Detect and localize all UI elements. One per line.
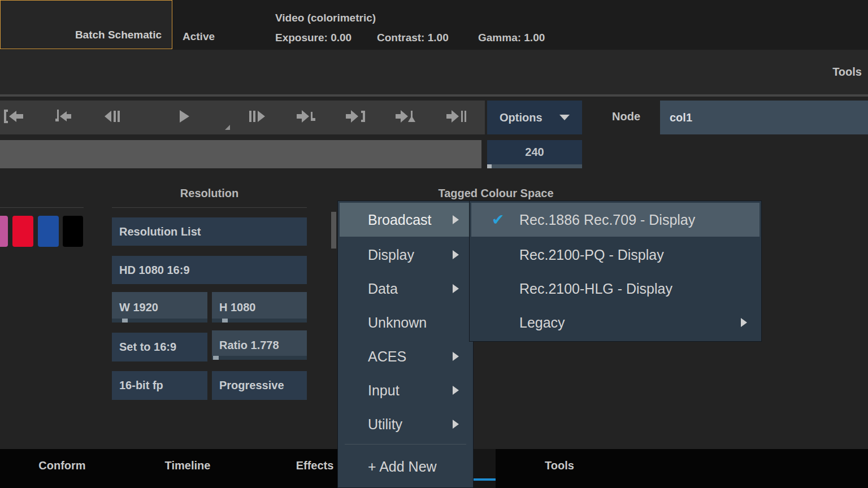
go-to-next-marker-button[interactable] (393, 107, 418, 128)
timeline-scrub-bar[interactable] (0, 140, 481, 168)
tab-conform[interactable]: Conform (38, 459, 85, 472)
step-back-button[interactable] (99, 107, 124, 128)
step-forward-icon (246, 108, 268, 127)
go-to-next-cut-icon (296, 108, 318, 127)
tools-menu-top[interactable]: Tools (832, 66, 862, 79)
node-name-field[interactable]: col1 (660, 101, 868, 134)
width-field[interactable]: W 1920 (112, 292, 207, 323)
chevron-down-icon (559, 115, 570, 120)
top-bar: Batch Schematic Active Video (colorimetr… (0, 0, 868, 50)
frame-slider-handle[interactable] (487, 164, 492, 168)
ratio-field[interactable]: Ratio 1.778 (212, 330, 307, 360)
resolution-preset-button[interactable]: HD 1080 16:9 (112, 256, 307, 284)
menu-item-utility-label: Utility (368, 416, 402, 433)
secondary-bar: Tools (0, 50, 868, 94)
menu-item-input[interactable]: Input (340, 373, 471, 407)
menu-item-broadcast-label: Broadcast (368, 212, 432, 228)
submenu-item-rec1886-label: Rec.1886 Rec.709 - Display (519, 212, 695, 228)
go-to-start-button[interactable] (1, 107, 26, 128)
ratio-value: Ratio 1.778 (219, 339, 279, 352)
colour-swatch-red[interactable] (12, 216, 33, 247)
resolution-list-label: Resolution List (119, 225, 201, 238)
submenu-arrow-icon (453, 352, 459, 361)
go-to-end-button[interactable] (344, 107, 368, 128)
swatch-panel-divider (0, 207, 84, 208)
tab-batch-active[interactable] (471, 449, 496, 488)
menu-item-utility[interactable]: Utility (340, 407, 471, 441)
scan-mode-label: Progressive (219, 379, 284, 392)
resolution-divider (112, 207, 307, 208)
frame-counter-field[interactable]: 240 (487, 140, 582, 168)
video-mode-label[interactable]: Video (colorimetric) (275, 12, 376, 24)
bit-depth-label: 16-bit fp (119, 379, 163, 392)
go-to-last-frame-button[interactable] (444, 107, 469, 128)
submenu-item-rec2100pq[interactable]: Rec.2100-PQ - Display (471, 238, 760, 272)
colour-space-menu: Broadcast Display Data Unknown ACES Inpu… (337, 201, 474, 488)
play-icon (173, 108, 194, 127)
go-to-start-icon (3, 108, 24, 127)
menu-divider (345, 444, 466, 445)
width-slider-handle[interactable] (122, 319, 128, 323)
colour-swatch-black[interactable] (63, 216, 83, 247)
previous-marker-button[interactable] (49, 107, 73, 128)
tab-effects[interactable]: Effects (296, 459, 334, 472)
contrast-value[interactable]: Contrast: 1.00 (377, 32, 449, 44)
set-to-ratio-button[interactable]: Set to 16:9 (112, 333, 207, 361)
node-name-value: col1 (670, 111, 692, 124)
gamma-value[interactable]: Gamma: 1.00 (478, 32, 545, 44)
tab-timeline[interactable]: Timeline (165, 459, 211, 472)
go-to-next-cut-button[interactable] (294, 107, 319, 128)
exposure-value[interactable]: Exposure: 0.00 (275, 32, 351, 44)
tagged-colour-space-title: Tagged Colour Space (390, 187, 602, 200)
check-icon: ✔ (492, 211, 505, 229)
width-value: W 1920 (119, 301, 158, 314)
colour-swatch-blue[interactable] (38, 216, 59, 247)
submenu-arrow-icon (453, 215, 459, 224)
colour-swatch-magenta[interactable] (0, 216, 8, 247)
go-to-end-icon (345, 108, 367, 127)
frame-slider-track[interactable] (487, 164, 582, 168)
bit-depth-button[interactable]: 16-bit fp (112, 371, 207, 400)
tab-batch-schematic[interactable]: Batch Schematic (0, 0, 172, 49)
height-slider-handle[interactable] (222, 319, 228, 323)
resolution-list-button[interactable]: Resolution List (112, 217, 307, 246)
horizontal-divider (0, 94, 868, 97)
height-field[interactable]: H 1080 (212, 292, 307, 323)
options-dropdown-button[interactable]: Options (487, 101, 582, 134)
menu-item-aces-label: ACES (368, 348, 406, 365)
set-to-ratio-label: Set to 16:9 (119, 341, 176, 354)
submenu-arrow-icon (453, 386, 459, 395)
colour-space-dropdown-edge (331, 212, 336, 249)
ratio-slider-track[interactable] (212, 356, 307, 360)
submenu-item-legacy[interactable]: Legacy (471, 306, 760, 339)
menu-item-add-new-label: + Add New (368, 459, 437, 475)
menu-item-unknown[interactable]: Unknown (340, 306, 471, 339)
ratio-slider-handle[interactable] (213, 356, 219, 360)
tab-tools[interactable]: Tools (545, 459, 574, 472)
submenu-item-rec2100hlg[interactable]: Rec.2100-HLG - Display (471, 272, 760, 306)
broadcast-submenu: ✔ Rec.1886 Rec.709 - Display Rec.2100-PQ… (469, 201, 762, 342)
menu-item-data[interactable]: Data (340, 272, 471, 306)
previous-marker-icon (50, 108, 72, 127)
active-tab-underline (471, 478, 496, 481)
resolution-title: Resolution (112, 187, 307, 200)
submenu-item-rec1886[interactable]: ✔ Rec.1886 Rec.709 - Display (471, 203, 760, 237)
go-to-last-frame-icon (446, 108, 467, 127)
step-back-icon (101, 108, 123, 127)
submenu-arrow-icon (453, 284, 459, 293)
go-to-next-marker-icon (395, 108, 416, 127)
play-button[interactable] (171, 107, 196, 128)
menu-item-input-label: Input (368, 382, 400, 399)
menu-item-display-label: Display (368, 247, 414, 263)
frame-counter-value: 240 (487, 140, 582, 164)
menu-item-add-new[interactable]: + Add New (340, 450, 471, 483)
scan-mode-button[interactable]: Progressive (212, 371, 307, 400)
menu-item-display[interactable]: Display (340, 238, 471, 272)
menu-item-aces[interactable]: ACES (340, 339, 471, 373)
options-label: Options (500, 111, 542, 124)
menu-item-broadcast[interactable]: Broadcast (340, 203, 471, 237)
step-forward-button[interactable] (245, 107, 270, 128)
submenu-item-rec2100pq-label: Rec.2100-PQ - Display (519, 247, 664, 263)
play-options-corner-icon[interactable] (225, 125, 230, 130)
submenu-item-legacy-label: Legacy (519, 315, 565, 331)
